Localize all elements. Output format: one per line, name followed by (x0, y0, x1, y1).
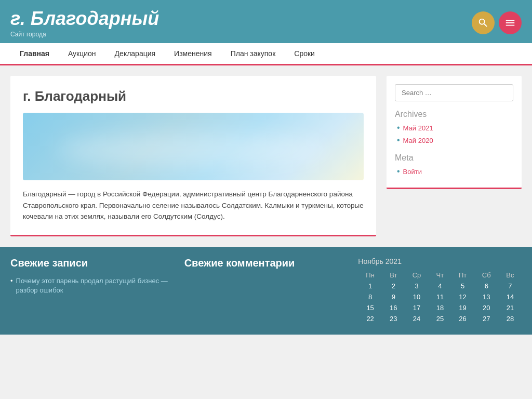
calendar-day: 24 (405, 313, 429, 324)
post-body: Благодарный — город в Российской Федерац… (23, 189, 364, 222)
recent-post-link[interactable]: Почему этот парень продал растущий бизне… (16, 276, 174, 295)
menu-icon (504, 17, 516, 29)
footer-inner: Свежие записи Почему этот парень продал … (10, 257, 522, 324)
calendar-day: 18 (429, 302, 451, 313)
site-footer: Свежие записи Почему этот парень продал … (0, 247, 532, 335)
calendar-day: 5 (451, 281, 474, 291)
post-card: г. Благодарный Благодарный — город в Рос… (10, 76, 376, 236)
nav-link-declaration[interactable]: Декларация (105, 43, 165, 64)
archive-item-may2020[interactable]: Май 2020 (397, 136, 513, 145)
site-title: г. Благодарный (10, 8, 159, 30)
calendar-table: Пн Вт Ср Чт Пт Сб Вс 1234567891011121314… (358, 270, 522, 324)
archive-link-may2020[interactable]: Май 2020 (403, 137, 433, 144)
cal-th-wed: Ср (405, 270, 429, 281)
recent-posts-title: Свежие записи (10, 257, 174, 269)
calendar-day: 15 (358, 302, 382, 313)
calendar-day: 12 (451, 291, 474, 302)
calendar-row: 1234567 (358, 281, 522, 291)
calendar-day: 10 (405, 291, 429, 302)
nav-item-purchases[interactable]: План закупок (221, 43, 285, 64)
post-title: г. Благодарный (23, 88, 364, 104)
calendar-day: 26 (451, 313, 474, 324)
nav-item-changes[interactable]: Изменения (165, 43, 221, 64)
calendar-day: 25 (429, 313, 451, 324)
calendar-body: 1234567891011121314151617181920212223242… (358, 281, 522, 324)
meta-title: Meta (395, 153, 513, 163)
nav-item-terms[interactable]: Сроки (285, 43, 324, 64)
calendar-day: 14 (499, 291, 522, 302)
calendar-day: 2 (382, 281, 405, 291)
site-header: г. Благодарный Сайт города (0, 0, 532, 43)
calendar-day: 6 (474, 281, 499, 291)
calendar-header-row: Пн Вт Ср Чт Пт Сб Вс (358, 270, 522, 281)
cal-th-fri: Пт (451, 270, 474, 281)
calendar-day: 9 (382, 291, 405, 302)
cal-th-sun: Вс (499, 270, 522, 281)
calendar-day: 22 (358, 313, 382, 324)
calendar-day: 27 (474, 313, 499, 324)
recent-post-item[interactable]: Почему этот парень продал растущий бизне… (10, 276, 174, 295)
search-icon (477, 17, 489, 29)
menu-button[interactable] (499, 11, 522, 34)
cal-th-thu: Чт (429, 270, 451, 281)
meta-item-login[interactable]: Войти (397, 167, 513, 176)
meta-link-login[interactable]: Войти (403, 168, 422, 176)
nav-item-home[interactable]: Главная (10, 43, 59, 64)
archive-item-may2021[interactable]: Май 2021 (397, 123, 513, 132)
search-input[interactable] (395, 84, 513, 101)
nav-link-purchases[interactable]: План закупок (221, 43, 285, 64)
archive-link-may2021[interactable]: Май 2021 (403, 124, 433, 132)
calendar-day: 3 (405, 281, 429, 291)
main-content: г. Благодарный Благодарный — город в Рос… (10, 76, 376, 236)
calendar-day: 1 (358, 281, 382, 291)
calendar-row: 891011121314 (358, 291, 522, 302)
site-nav: Главная Аукцион Декларация Изменения Пла… (0, 43, 532, 65)
meta-list: Войти (395, 167, 513, 176)
recent-comments-title: Свежие комментарии (184, 257, 348, 269)
nav-item-auction[interactable]: Аукцион (59, 43, 105, 64)
calendar-day: 21 (499, 302, 522, 313)
calendar-day: 11 (429, 291, 451, 302)
footer-recent-posts: Свежие записи Почему этот парень продал … (10, 257, 174, 324)
calendar-day: 8 (358, 291, 382, 302)
calendar-day: 13 (474, 291, 499, 302)
nav-list: Главная Аукцион Декларация Изменения Пла… (10, 43, 522, 64)
footer-recent-comments: Свежие комментарии (184, 257, 348, 324)
calendar-row: 15161718192021 (358, 302, 522, 313)
footer-calendar: Ноябрь 2021 Пн Вт Ср Чт Пт Сб Вс 1234567… (358, 257, 522, 324)
calendar-day: 19 (451, 302, 474, 313)
search-button[interactable] (472, 11, 495, 34)
cal-th-sat: Сб (474, 270, 499, 281)
archives-title: Archives (395, 110, 513, 119)
header-icons (472, 11, 522, 34)
calendar-day: 4 (429, 281, 451, 291)
calendar-day: 28 (499, 313, 522, 324)
site-subtitle: Сайт города (10, 31, 159, 38)
calendar-month-title: Ноябрь 2021 (358, 257, 522, 265)
calendar-day: 16 (382, 302, 405, 313)
nav-item-declaration[interactable]: Декларация (105, 43, 165, 64)
nav-link-changes[interactable]: Изменения (165, 43, 221, 64)
site-title-wrap: г. Благодарный Сайт города (10, 8, 159, 38)
sidebar-card: Archives Май 2021 Май 2020 Meta Войти (387, 76, 522, 189)
cal-th-tue: Вт (382, 270, 405, 281)
cal-th-mon: Пн (358, 270, 382, 281)
post-image (23, 113, 364, 180)
nav-link-terms[interactable]: Сроки (285, 43, 324, 64)
main-wrapper: г. Благодарный Благодарный — город в Рос… (0, 65, 532, 247)
calendar-row: 22232425262728 (358, 313, 522, 324)
calendar-day: 20 (474, 302, 499, 313)
calendar-day: 17 (405, 302, 429, 313)
nav-link-auction[interactable]: Аукцион (59, 43, 105, 64)
archives-list: Май 2021 Май 2020 (395, 123, 513, 145)
nav-link-home[interactable]: Главная (10, 43, 59, 64)
recent-posts-list: Почему этот парень продал растущий бизне… (10, 276, 174, 295)
calendar-day: 7 (499, 281, 522, 291)
sidebar: Archives Май 2021 Май 2020 Meta Войти (387, 76, 522, 236)
calendar-day: 23 (382, 313, 405, 324)
